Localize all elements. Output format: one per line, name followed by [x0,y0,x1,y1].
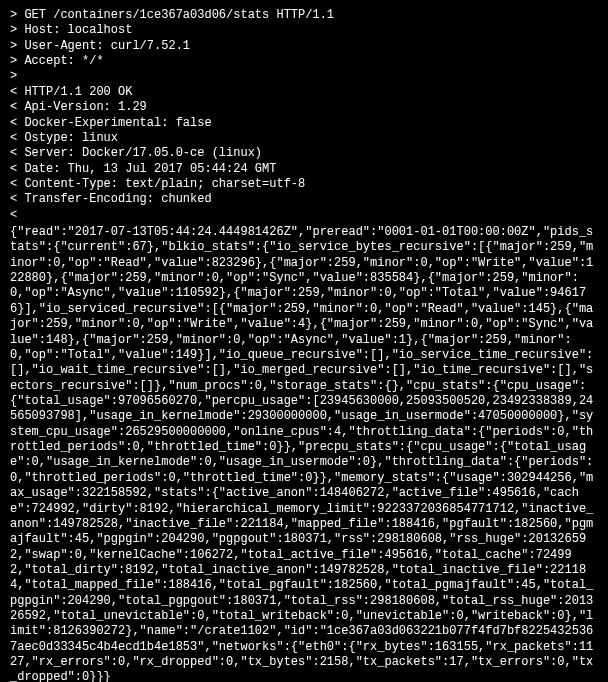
response-header-line: < [10,208,598,223]
response-header-line: < Server: Docker/17.05.0-ce (linux) [10,146,598,161]
response-header-line: < Ostype: linux [10,131,598,146]
response-header-line: < HTTP/1.1 200 OK [10,85,598,100]
response-header-line: < Content-Type: text/plain; charset=utf-… [10,177,598,192]
request-line: > Host: localhost [10,23,598,38]
response-header-line: < Docker-Experimental: false [10,116,598,131]
response-header-line: < Date: Thu, 13 Jul 2017 05:44:24 GMT [10,162,598,177]
json-blob: {"read":"2017-07-13T05:44:24.444981426Z"… [10,225,598,682]
http-request-block: > GET /containers/1ce367a03d06/stats HTT… [10,8,598,85]
response-header-line: < Transfer-Encoding: chunked [10,192,598,207]
http-response-headers: < HTTP/1.1 200 OK< Api-Version: 1.29< Do… [10,85,598,223]
json-stream-output: {"read":"2017-07-13T05:44:24.444981426Z"… [10,225,598,682]
response-header-line: < Api-Version: 1.29 [10,100,598,115]
request-line: > [10,69,598,84]
request-line: > Accept: */* [10,54,598,69]
request-line: > GET /containers/1ce367a03d06/stats HTT… [10,8,598,23]
terminal-output: > GET /containers/1ce367a03d06/stats HTT… [0,0,608,682]
request-line: > User-Agent: curl/7.52.1 [10,39,598,54]
